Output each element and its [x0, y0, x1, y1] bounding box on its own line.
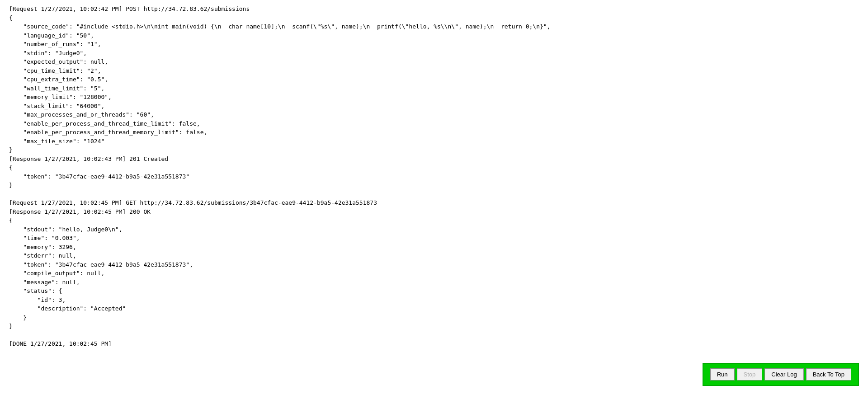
back-to-top-button[interactable]: Back To Top [806, 368, 851, 381]
stop-button[interactable]: Stop [737, 368, 763, 381]
clear-log-button[interactable]: Clear Log [764, 368, 803, 381]
log-container[interactable]: [Request 1/27/2021, 10:02:42 PM] POST ht… [0, 0, 863, 404]
run-button[interactable]: Run [710, 368, 735, 381]
bottom-toolbar: Run Stop Clear Log Back To Top [703, 363, 859, 386]
log-content: [Request 1/27/2021, 10:02:42 PM] POST ht… [9, 5, 854, 348]
